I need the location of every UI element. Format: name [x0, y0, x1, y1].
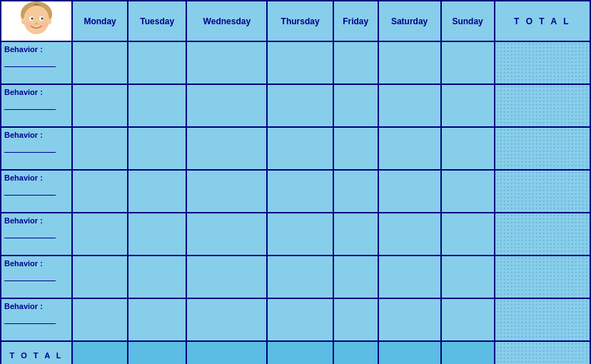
behavior-label-text: Behavior : — [4, 45, 43, 54]
total-row-monday[interactable] — [72, 341, 128, 364]
behavior-1-saturday[interactable] — [378, 41, 441, 84]
behavior-label-text: Behavior : — [4, 259, 43, 268]
behavior-1-total[interactable] — [495, 41, 591, 84]
behavior-label-7: Behavior : — [1, 298, 72, 341]
header-sunday: Sunday — [441, 1, 495, 41]
total-row-thursday[interactable] — [267, 341, 333, 364]
behavior-4-total[interactable] — [495, 170, 591, 213]
behavior-1-sunday[interactable] — [441, 41, 495, 84]
behavior-5-total[interactable] — [495, 213, 591, 256]
behavior-label-6: Behavior : — [1, 256, 72, 298]
behavior-label-text: Behavior : — [4, 131, 43, 139]
total-row-total[interactable] — [495, 341, 591, 364]
header-thursday: Thursday — [267, 1, 333, 41]
behavior-label-2: Behavior : — [1, 84, 72, 127]
behavior-2-thursday[interactable] — [267, 84, 333, 127]
behavior-7-tuesday[interactable] — [128, 298, 186, 341]
header-monday: Monday — [72, 1, 128, 41]
behavior-3-tuesday[interactable] — [128, 127, 186, 170]
behavior-6-friday[interactable] — [333, 256, 378, 298]
header-saturday: Saturday — [378, 1, 441, 41]
svg-point-8 — [34, 23, 38, 25]
behavior-4-saturday[interactable] — [378, 170, 441, 213]
behavior-1-monday[interactable] — [72, 41, 128, 84]
behavior-4-thursday[interactable] — [267, 170, 333, 213]
behavior-2-sunday[interactable] — [441, 84, 495, 127]
behavior-6-sunday[interactable] — [441, 256, 495, 298]
behavior-2-tuesday[interactable] — [128, 84, 186, 127]
behavior-5-sunday[interactable] — [441, 213, 495, 256]
behavior-5-thursday[interactable] — [267, 213, 333, 256]
behavior-6-tuesday[interactable] — [128, 256, 186, 298]
behavior-4-wednesday[interactable] — [186, 170, 267, 213]
behavior-6-monday[interactable] — [72, 256, 128, 298]
behavior-label-5: Behavior : — [1, 213, 72, 256]
svg-point-9 — [26, 22, 31, 28]
behavior-7-monday[interactable] — [72, 298, 128, 341]
behavior-5-wednesday[interactable] — [186, 213, 267, 256]
behavior-6-thursday[interactable] — [267, 256, 333, 298]
behavior-7-total[interactable] — [495, 298, 591, 341]
behavior-4-tuesday[interactable] — [128, 170, 186, 213]
behavior-1-tuesday[interactable] — [128, 41, 186, 84]
behavior-7-sunday[interactable] — [441, 298, 495, 341]
behavior-1-thursday[interactable] — [267, 41, 333, 84]
behavior-5-monday[interactable] — [72, 213, 128, 256]
behavior-7-thursday[interactable] — [267, 298, 333, 341]
behavior-7-wednesday[interactable] — [186, 298, 267, 341]
behavior-3-friday[interactable] — [333, 127, 378, 170]
behavior-label-text: Behavior : — [4, 88, 43, 96]
behavior-label-3: Behavior : — [1, 127, 72, 170]
behavior-4-friday[interactable] — [333, 170, 378, 213]
behavior-2-saturday[interactable] — [378, 84, 441, 127]
total-row-saturday[interactable] — [378, 341, 441, 364]
svg-point-7 — [47, 19, 51, 24]
behavior-3-saturday[interactable] — [378, 127, 441, 170]
behavior-label-1: Behavior : — [1, 41, 72, 84]
behavior-label-text: Behavior : — [4, 302, 43, 310]
behavior-2-friday[interactable] — [333, 84, 378, 127]
svg-point-5 — [41, 18, 43, 20]
behavior-5-friday[interactable] — [333, 213, 378, 256]
svg-point-4 — [31, 18, 33, 20]
behavior-1-wednesday[interactable] — [186, 41, 267, 84]
behavior-chart: Monday Tuesday Wednesday Thursday Friday… — [0, 0, 591, 364]
svg-point-6 — [21, 19, 26, 24]
svg-point-10 — [41, 22, 47, 28]
behavior-5-saturday[interactable] — [378, 213, 441, 256]
total-row-tuesday[interactable] — [128, 341, 186, 364]
behavior-2-wednesday[interactable] — [186, 84, 267, 127]
page-wrapper: Monday Tuesday Wednesday Thursday Friday… — [0, 0, 591, 364]
behavior-3-monday[interactable] — [72, 127, 128, 170]
total-row-label: T O T A L — [1, 341, 72, 364]
behavior-7-saturday[interactable] — [378, 298, 441, 341]
behavior-6-saturday[interactable] — [378, 256, 441, 298]
total-row-friday[interactable] — [333, 341, 378, 364]
behavior-4-sunday[interactable] — [441, 170, 495, 213]
behavior-4-monday[interactable] — [72, 170, 128, 213]
kid-face-svg — [10, 1, 64, 41]
svg-point-1 — [24, 6, 49, 34]
total-row-sunday[interactable] — [441, 341, 495, 364]
logo-cell — [1, 1, 72, 41]
header-tuesday: Tuesday — [128, 1, 186, 41]
behavior-label-text: Behavior : — [4, 173, 43, 182]
behavior-3-thursday[interactable] — [267, 127, 333, 170]
behavior-3-total[interactable] — [495, 127, 591, 170]
behavior-2-monday[interactable] — [72, 84, 128, 127]
behavior-1-friday[interactable] — [333, 41, 378, 84]
behavior-2-total[interactable] — [495, 84, 591, 127]
behavior-5-tuesday[interactable] — [128, 213, 186, 256]
header-wednesday: Wednesday — [186, 1, 267, 41]
kid-logo — [1, 1, 71, 41]
behavior-3-sunday[interactable] — [441, 127, 495, 170]
header-total: T O T A L — [495, 1, 591, 41]
behavior-6-total[interactable] — [495, 256, 591, 298]
header-friday: Friday — [333, 1, 378, 41]
behavior-6-wednesday[interactable] — [186, 256, 267, 298]
behavior-label-4: Behavior : — [1, 170, 72, 213]
behavior-label-text: Behavior : — [4, 216, 43, 225]
total-row-wednesday[interactable] — [186, 341, 267, 364]
behavior-3-wednesday[interactable] — [186, 127, 267, 170]
behavior-7-friday[interactable] — [333, 298, 378, 341]
